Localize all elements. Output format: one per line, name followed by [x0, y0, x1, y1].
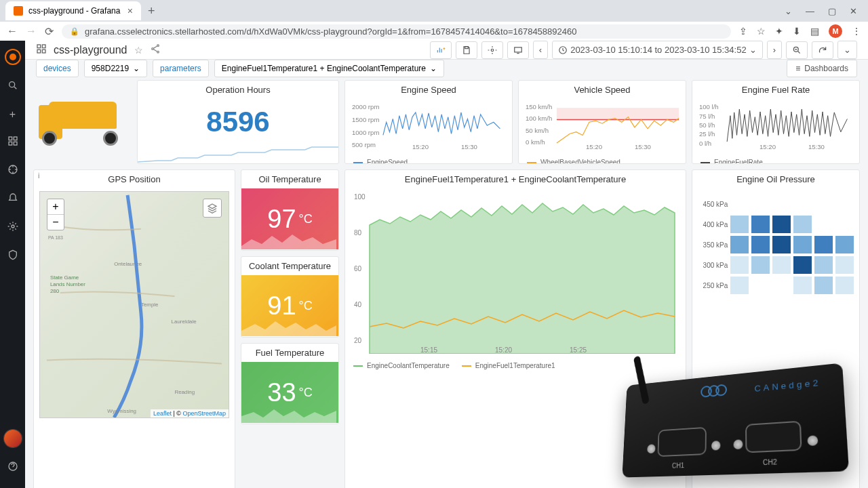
vehicle-speed-panel[interactable]: Vehicle Speed 150 km/h 100 km/h 50 km/h … — [518, 80, 686, 164]
kebab-menu-icon[interactable]: ⋮ — [852, 26, 861, 37]
truck-icon — [39, 95, 127, 149]
panel-grid-icon[interactable] — [36, 43, 47, 56]
save-button[interactable] — [456, 41, 477, 59]
grafana-main: css-playground ☆ ‹ — [25, 41, 868, 488]
svg-text:15:20: 15:20 — [495, 346, 512, 354]
coolant-temperature-panel[interactable]: Coolant Temperature 91 °C — [241, 256, 339, 338]
back-icon[interactable]: ← — [7, 25, 18, 37]
osm-link[interactable]: OpenStreetMap — [182, 410, 226, 417]
svg-text:15:30: 15:30 — [461, 143, 477, 150]
engine-fuel-rate-panel[interactable]: Engine Fuel Rate 100 l/h 75 l/h 50 l/h 2… — [692, 80, 860, 164]
leaflet-link[interactable]: Leaflet — [153, 410, 172, 417]
download-icon[interactable]: ⬇ — [793, 26, 801, 37]
svg-text:Lands Number: Lands Number — [50, 281, 85, 287]
parameters-variable[interactable]: parameters — [153, 60, 209, 77]
tab-strip: css-playground - Grafana × + ⌄ — ▢ ✕ — [0, 0, 868, 22]
time-back-button[interactable]: ‹ — [533, 41, 548, 59]
svg-rect-3 — [9, 142, 12, 145]
reading-list-icon[interactable]: ▤ — [810, 26, 819, 37]
svg-text:150 km/h: 150 km/h — [526, 103, 552, 110]
svg-rect-9 — [42, 45, 45, 48]
gps-position-panel[interactable]: i GPS Position State Game Lands Number 2… — [33, 169, 235, 488]
close-window-icon[interactable]: ✕ — [850, 6, 857, 16]
svg-text:50 l/h: 50 l/h — [699, 121, 715, 129]
map[interactable]: State Game Lands Number 280 Ontelaunee T… — [39, 191, 229, 418]
variable-toolbar: devices 958D2219 ⌄ parameters EngineFuel… — [25, 60, 868, 77]
svg-text:1500 rpm: 1500 rpm — [352, 116, 379, 123]
share-page-icon[interactable]: ⇪ — [739, 26, 747, 37]
star-icon[interactable]: ☆ — [134, 45, 143, 56]
window-controls: ⌄ — ▢ ✕ — [785, 6, 868, 16]
engine-oil-pressure-panel[interactable]: Engine Oil Pressure 450 kPa 400 kPa 350 … — [692, 169, 860, 488]
grafana-sidebar: + — [0, 41, 25, 488]
extensions-icon[interactable]: ✦ — [775, 26, 783, 37]
layers-icon[interactable] — [203, 199, 222, 218]
explore-icon[interactable] — [7, 164, 18, 178]
maximize-icon[interactable]: ▢ — [828, 6, 836, 16]
oil-temperature-panel[interactable]: Oil Temperature 97 °C — [241, 169, 339, 251]
browser-tab[interactable]: css-playground - Grafana × — [5, 1, 141, 20]
create-icon[interactable]: + — [9, 108, 16, 121]
shield-icon[interactable] — [7, 249, 18, 263]
bookmark-star-icon[interactable]: ☆ — [757, 26, 766, 37]
zoom-out-button[interactable] — [786, 41, 808, 59]
refresh-button[interactable] — [812, 41, 833, 59]
close-tab-icon[interactable]: × — [127, 5, 133, 16]
minimize-icon[interactable]: — — [806, 6, 814, 16]
svg-text:100: 100 — [354, 193, 366, 201]
configuration-icon[interactable] — [7, 221, 18, 235]
svg-text:0 l/h: 0 l/h — [699, 140, 711, 147]
operation-hours-panel[interactable]: Operation Hours 8596 — [137, 80, 339, 164]
reload-icon[interactable]: ⟳ — [45, 25, 54, 38]
user-avatar-icon[interactable] — [4, 430, 22, 447]
devices-label: devices — [43, 64, 71, 73]
dashboards-label: Dashboards — [804, 64, 848, 73]
url-field[interactable]: 🔒 grafana.csselectronics.stellarhosted.c… — [62, 24, 731, 39]
refresh-interval-button[interactable]: ⌄ — [837, 41, 857, 59]
zoom-out-button[interactable]: − — [47, 215, 64, 230]
parameters-value-dropdown[interactable]: EngineFuel1Temperature1 + EngineCoolantT… — [214, 60, 444, 77]
grafana-logo-icon[interactable] — [5, 49, 21, 65]
new-tab-button[interactable]: + — [141, 1, 162, 21]
svg-text:15:20: 15:20 — [760, 143, 776, 150]
time-forward-button[interactable]: › — [767, 41, 782, 59]
fuel-temperature-panel[interactable]: Fuel Temperature 33 °C — [241, 343, 339, 424]
panel-title: Engine Speed — [345, 81, 512, 99]
time-range-picker[interactable]: 2023-03-10 15:10:14 to 2023-03-10 15:34:… — [552, 41, 763, 59]
grafana-favicon — [14, 6, 23, 16]
add-panel-button[interactable] — [430, 41, 452, 59]
combined-temperature-panel[interactable]: EngineFuel1Temperature1 + EngineCoolantT… — [344, 169, 686, 488]
engine-speed-panel[interactable]: Engine Speed 2000 rpm 1500 rpm 1000 rpm … — [344, 80, 513, 164]
search-icon[interactable] — [7, 80, 18, 94]
devices-value-dropdown[interactable]: 958D2219 ⌄ — [84, 60, 147, 77]
settings-button[interactable] — [481, 41, 503, 59]
info-icon[interactable]: i — [38, 171, 39, 180]
url-text: grafana.csselectronics.stellarhosted.com… — [85, 26, 576, 37]
svg-text:PA 183: PA 183 — [48, 235, 63, 240]
lock-icon: 🔒 — [70, 27, 79, 36]
zoom-in-button[interactable]: + — [47, 199, 64, 215]
forward-icon[interactable]: → — [26, 25, 37, 37]
svg-text:100 km/h: 100 km/h — [526, 115, 552, 122]
profile-avatar[interactable]: M — [829, 24, 842, 38]
share-icon[interactable] — [150, 43, 161, 56]
legend-label: EngineFuel1Temperature1 — [475, 362, 555, 369]
dashboards-button[interactable]: ≡ Dashboards — [787, 60, 857, 77]
svg-text:50 km/h: 50 km/h — [526, 127, 549, 134]
dashboard-topbar: css-playground ☆ ‹ — [25, 41, 868, 60]
time-range-text: 2023-03-10 15:10:14 to 2023-03-10 15:34:… — [570, 45, 747, 55]
devices-variable[interactable]: devices — [36, 60, 79, 77]
dashboards-icon[interactable] — [7, 136, 18, 149]
tv-mode-button[interactable] — [507, 41, 529, 59]
svg-text:60: 60 — [354, 265, 362, 272]
help-icon[interactable] — [7, 461, 18, 474]
chevron-down-icon[interactable]: ⌄ — [785, 6, 792, 16]
svg-rect-8 — [37, 45, 41, 48]
alerting-icon[interactable] — [7, 192, 18, 206]
svg-text:1000 rpm: 1000 rpm — [352, 129, 379, 136]
svg-text:15:20: 15:20 — [412, 143, 429, 150]
svg-rect-15 — [465, 46, 468, 48]
legend-label: WheelBasedVehicleSpeed — [540, 159, 620, 164]
svg-text:500 rpm: 500 rpm — [352, 141, 376, 148]
svg-text:15:30: 15:30 — [808, 143, 825, 150]
